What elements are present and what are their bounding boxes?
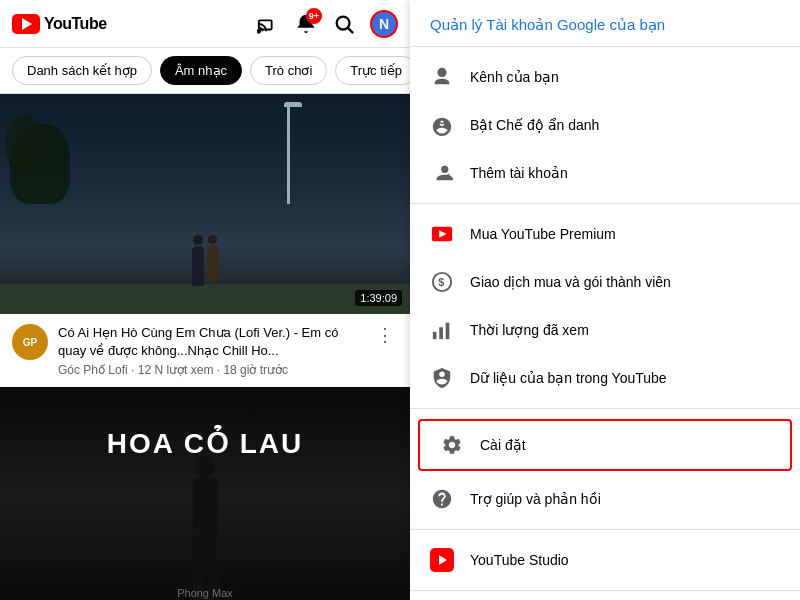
shield-person-icon	[430, 366, 454, 390]
menu-section-settings: Cài đặt Trợ giúp và phản hồi	[410, 409, 800, 530]
incognito-icon	[430, 113, 454, 137]
menu-section-premium: Mua YouTube Premium $ Giao dịch mua và g…	[410, 204, 800, 409]
menu-label-transactions: Giao dịch mua và gói thành viên	[470, 274, 671, 290]
notification-badge: 9+	[306, 8, 322, 24]
menu-label-watch-time: Thời lượng đã xem	[470, 322, 589, 338]
svg-text:$: $	[438, 276, 444, 288]
video-thumbnail-2[interactable]: HOA CỎ LAU Phong Max	[0, 387, 410, 600]
youtube-studio-icon	[430, 548, 454, 572]
video-sub-1: Góc Phố Lofi · 12 N lượt xem · 18 giờ tr…	[58, 363, 362, 377]
menu-item-help[interactable]: Trợ giúp và phản hồi	[410, 475, 800, 523]
dollar-icon: $	[430, 270, 454, 294]
menu-label-studio: YouTube Studio	[470, 552, 569, 568]
video-title-1: Có Ai Hẹn Hò Cùng Em Chưa (Lofi Ver.) - …	[58, 324, 362, 360]
video-info-1: GP Có Ai Hẹn Hò Cùng Em Chưa (Lofi Ver.)…	[0, 314, 410, 387]
add-person-icon	[430, 161, 454, 185]
video-meta-1: Có Ai Hẹn Hò Cùng Em Chưa (Lofi Ver.) - …	[58, 324, 362, 377]
svg-point-1	[257, 29, 260, 32]
tab-truc-tiep[interactable]: Trực tiếp	[335, 56, 410, 85]
app-header: YouTube 9+	[0, 0, 410, 48]
account-menu: Quản lý Tài khoản Google của bạn Kênh củ…	[410, 0, 800, 600]
video-watermark-2: Phong Max	[177, 587, 233, 599]
header-icons: 9+ N	[256, 10, 398, 38]
menu-item-transactions[interactable]: $ Giao dịch mua và gói thành viên	[410, 258, 800, 306]
tab-danh-sach[interactable]: Danh sách kết hợp	[12, 56, 152, 85]
menu-label-incognito: Bật Chế độ ẩn danh	[470, 117, 599, 133]
left-panel: YouTube 9+	[0, 0, 410, 600]
video-title-2: HOA CỎ LAU	[107, 427, 304, 460]
cast-icon[interactable]	[256, 12, 280, 36]
youtube-wordmark: YouTube	[44, 15, 107, 33]
studio-play-icon	[439, 555, 447, 565]
svg-point-4	[440, 119, 445, 124]
tab-tro-choi[interactable]: Trò chơi	[250, 56, 327, 85]
menu-label-help: Trợ giúp và phản hồi	[470, 491, 601, 507]
youtube-premium-icon	[430, 222, 454, 246]
youtube-logo[interactable]: YouTube	[12, 14, 107, 34]
menu-item-watch-time[interactable]: Thời lượng đã xem	[410, 306, 800, 354]
menu-label-premium: Mua YouTube Premium	[470, 226, 616, 242]
svg-rect-11	[433, 332, 437, 339]
user-avatar[interactable]: N	[370, 10, 398, 38]
play-triangle-icon	[22, 18, 32, 30]
menu-footer: Chính sách quyền riêng tư · Điều khoản d…	[410, 591, 800, 600]
notification-icon[interactable]: 9+	[294, 12, 318, 36]
svg-point-2	[337, 16, 350, 29]
tab-am-nhac[interactable]: Âm nhạc	[160, 56, 242, 85]
menu-label-data: Dữ liệu của bạn trong YouTube	[470, 370, 667, 386]
menu-item-premium[interactable]: Mua YouTube Premium	[410, 210, 800, 258]
video-duration-1: 1:39:09	[355, 290, 402, 306]
menu-item-incognito[interactable]: Bật Chế độ ẩn danh	[410, 101, 800, 149]
menu-item-data[interactable]: Dữ liệu của bạn trong YouTube	[410, 354, 800, 402]
menu-section-studio: YouTube Studio	[410, 530, 800, 591]
menu-item-add-account[interactable]: Thêm tài khoản	[410, 149, 800, 197]
menu-label-add-account: Thêm tài khoản	[470, 165, 568, 181]
svg-rect-13	[446, 323, 450, 340]
channel-avatar-1: GP	[12, 324, 48, 360]
cai-dat-highlight-box: Cài đặt	[418, 419, 792, 471]
menu-label-settings: Cài đặt	[480, 437, 526, 453]
category-tabs: Danh sách kết hợp Âm nhạc Trò chơi Trực …	[0, 48, 410, 94]
video-thumbnail-1[interactable]: 1:39:09	[0, 94, 410, 314]
person-icon	[430, 65, 454, 89]
youtube-icon	[12, 14, 40, 34]
menu-item-settings[interactable]: Cài đặt	[420, 421, 790, 469]
menu-header: Quản lý Tài khoản Google của bạn	[410, 0, 800, 47]
menu-item-studio[interactable]: YouTube Studio	[410, 536, 800, 584]
search-icon[interactable]	[332, 12, 356, 36]
svg-line-3	[348, 28, 353, 33]
help-icon	[430, 487, 454, 511]
svg-rect-12	[439, 327, 443, 339]
settings-icon	[440, 433, 464, 457]
bar-chart-icon	[430, 318, 454, 342]
more-options-button-1[interactable]: ⋮	[372, 324, 398, 346]
menu-item-kenh[interactable]: Kênh của bạn	[410, 53, 800, 101]
google-account-link[interactable]: Quản lý Tài khoản Google của bạn	[430, 16, 780, 34]
menu-label-kenh: Kênh của bạn	[470, 69, 559, 85]
menu-section-account: Kênh của bạn Bật Chế độ ẩn danh	[410, 47, 800, 204]
